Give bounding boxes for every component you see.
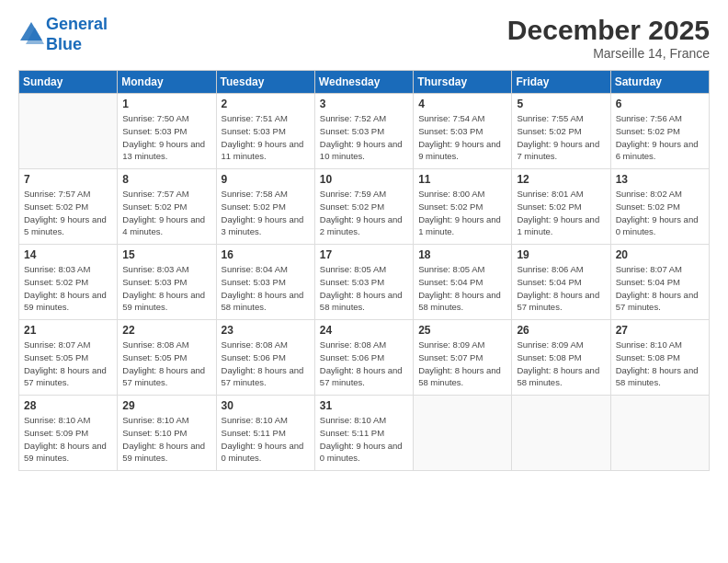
day-number: 16 [222,248,310,261]
day-number: 28 [24,399,112,412]
calendar-cell: 18Sunrise: 8:05 AMSunset: 5:04 PMDayligh… [414,245,512,320]
day-info: Sunrise: 8:08 AMSunset: 5:06 PMDaylight:… [222,339,310,389]
day-number: 24 [320,324,408,337]
day-info: Sunrise: 8:07 AMSunset: 5:04 PMDaylight:… [616,263,704,314]
location: Marseille 14, France [507,46,710,61]
calendar-cell: 29Sunrise: 8:10 AMSunset: 5:10 PMDayligh… [118,396,216,471]
header-thursday: Thursday [414,71,512,94]
header-wednesday: Wednesday [314,71,413,94]
calendar-cell: 14Sunrise: 8:03 AMSunset: 5:02 PMDayligh… [19,245,118,320]
day-info: Sunrise: 8:10 AMSunset: 5:11 PMDaylight:… [222,414,310,465]
day-number: 11 [418,173,506,186]
calendar-cell: 10Sunrise: 7:59 AMSunset: 5:02 PMDayligh… [314,169,413,245]
calendar-cell: 23Sunrise: 8:08 AMSunset: 5:06 PMDayligh… [216,320,314,396]
day-info: Sunrise: 7:57 AMSunset: 5:02 PMDaylight:… [24,188,112,238]
day-number: 30 [222,399,310,412]
title-block: December 2025 Marseille 14, France [507,15,710,61]
calendar-cell: 3Sunrise: 7:52 AMSunset: 5:03 PMDaylight… [314,94,413,169]
header-row: Sunday Monday Tuesday Wednesday Thursday… [19,71,710,94]
day-number: 26 [517,324,605,337]
day-number: 27 [616,324,704,337]
calendar-page: General Blue December 2025 Marseille 14,… [0,0,728,563]
calendar-cell: 7Sunrise: 7:57 AMSunset: 5:02 PMDaylight… [19,169,118,245]
calendar-cell: 24Sunrise: 8:08 AMSunset: 5:06 PMDayligh… [314,320,413,396]
calendar-cell: 16Sunrise: 8:04 AMSunset: 5:03 PMDayligh… [216,245,314,320]
day-number: 29 [122,399,210,412]
calendar-cell: 26Sunrise: 8:09 AMSunset: 5:08 PMDayligh… [512,320,610,396]
day-info: Sunrise: 8:07 AMSunset: 5:05 PMDaylight:… [24,339,112,389]
day-info: Sunrise: 7:56 AMSunset: 5:02 PMDaylight:… [616,112,704,163]
day-number: 12 [517,173,605,186]
day-number: 13 [616,173,704,186]
calendar-cell [610,396,709,471]
calendar-cell: 8Sunrise: 7:57 AMSunset: 5:02 PMDaylight… [118,169,216,245]
day-number: 22 [122,324,210,337]
calendar-cell [414,396,512,471]
header-monday: Monday [118,71,216,94]
calendar-header: Sunday Monday Tuesday Wednesday Thursday… [19,71,710,94]
calendar-cell [19,94,118,169]
calendar-cell: 13Sunrise: 8:02 AMSunset: 5:02 PMDayligh… [610,169,709,245]
day-info: Sunrise: 8:05 AMSunset: 5:03 PMDaylight:… [320,263,408,314]
day-number: 2 [222,98,310,110]
day-info: Sunrise: 8:08 AMSunset: 5:05 PMDaylight:… [122,339,210,389]
logo-text-line2: Blue [46,35,108,55]
calendar-cell: 22Sunrise: 8:08 AMSunset: 5:05 PMDayligh… [118,320,216,396]
day-number: 5 [517,98,605,110]
calendar-table: Sunday Monday Tuesday Wednesday Thursday… [18,70,710,471]
calendar-cell: 31Sunrise: 8:10 AMSunset: 5:11 PMDayligh… [314,396,413,471]
header-sunday: Sunday [19,71,118,94]
day-number: 7 [24,173,112,186]
header-tuesday: Tuesday [216,71,314,94]
day-info: Sunrise: 7:51 AMSunset: 5:03 PMDaylight:… [222,112,310,163]
calendar-cell: 11Sunrise: 8:00 AMSunset: 5:02 PMDayligh… [414,169,512,245]
calendar-week-1: 7Sunrise: 7:57 AMSunset: 5:02 PMDaylight… [19,169,710,245]
calendar-cell: 19Sunrise: 8:06 AMSunset: 5:04 PMDayligh… [512,245,610,320]
logo-icon [18,20,44,46]
day-number: 21 [24,324,112,337]
calendar-cell: 17Sunrise: 8:05 AMSunset: 5:03 PMDayligh… [314,245,413,320]
day-number: 20 [616,248,704,261]
calendar-cell: 2Sunrise: 7:51 AMSunset: 5:03 PMDaylight… [216,94,314,169]
logo-text-line1: General [46,15,108,35]
day-info: Sunrise: 8:10 AMSunset: 5:11 PMDaylight:… [320,414,408,465]
day-info: Sunrise: 7:57 AMSunset: 5:02 PMDaylight:… [122,188,210,238]
day-number: 31 [320,399,408,412]
day-info: Sunrise: 8:02 AMSunset: 5:02 PMDaylight:… [616,188,704,238]
calendar-cell: 9Sunrise: 7:58 AMSunset: 5:02 PMDaylight… [216,169,314,245]
calendar-cell: 4Sunrise: 7:54 AMSunset: 5:03 PMDaylight… [414,94,512,169]
header: General Blue December 2025 Marseille 14,… [18,15,710,61]
day-info: Sunrise: 8:00 AMSunset: 5:02 PMDaylight:… [418,188,506,238]
day-number: 4 [418,98,506,110]
day-info: Sunrise: 8:06 AMSunset: 5:04 PMDaylight:… [517,263,605,314]
calendar-cell: 5Sunrise: 7:55 AMSunset: 5:02 PMDaylight… [512,94,610,169]
day-info: Sunrise: 8:09 AMSunset: 5:07 PMDaylight:… [418,339,506,389]
calendar-cell: 28Sunrise: 8:10 AMSunset: 5:09 PMDayligh… [19,396,118,471]
calendar-cell: 30Sunrise: 8:10 AMSunset: 5:11 PMDayligh… [216,396,314,471]
day-info: Sunrise: 8:03 AMSunset: 5:03 PMDaylight:… [122,263,210,314]
day-number: 6 [616,98,704,110]
calendar-week-3: 21Sunrise: 8:07 AMSunset: 5:05 PMDayligh… [19,320,710,396]
day-info: Sunrise: 8:08 AMSunset: 5:06 PMDaylight:… [320,339,408,389]
day-number: 8 [122,173,210,186]
calendar-week-2: 14Sunrise: 8:03 AMSunset: 5:02 PMDayligh… [19,245,710,320]
day-info: Sunrise: 7:55 AMSunset: 5:02 PMDaylight:… [517,112,605,163]
calendar-cell: 12Sunrise: 8:01 AMSunset: 5:02 PMDayligh… [512,169,610,245]
calendar-cell: 27Sunrise: 8:10 AMSunset: 5:08 PMDayligh… [610,320,709,396]
month-title: December 2025 [507,15,710,46]
day-number: 1 [122,98,210,110]
day-info: Sunrise: 8:10 AMSunset: 5:08 PMDaylight:… [616,339,704,389]
day-number: 15 [122,248,210,261]
day-number: 25 [418,324,506,337]
calendar-cell: 20Sunrise: 8:07 AMSunset: 5:04 PMDayligh… [610,245,709,320]
day-number: 10 [320,173,408,186]
day-info: Sunrise: 8:05 AMSunset: 5:04 PMDaylight:… [418,263,506,314]
day-info: Sunrise: 8:03 AMSunset: 5:02 PMDaylight:… [24,263,112,314]
day-number: 23 [222,324,310,337]
day-info: Sunrise: 8:10 AMSunset: 5:10 PMDaylight:… [122,414,210,465]
day-info: Sunrise: 8:09 AMSunset: 5:08 PMDaylight:… [517,339,605,389]
day-info: Sunrise: 7:58 AMSunset: 5:02 PMDaylight:… [222,188,310,238]
day-info: Sunrise: 8:04 AMSunset: 5:03 PMDaylight:… [222,263,310,314]
header-friday: Friday [512,71,610,94]
logo: General Blue [18,15,108,54]
